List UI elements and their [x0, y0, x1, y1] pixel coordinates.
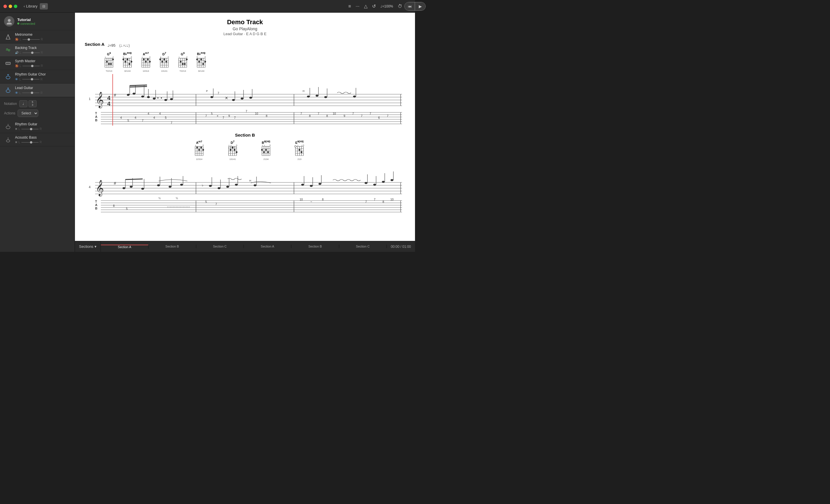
section-a-staff: 1 𝄞 4 4	[84, 74, 406, 125]
notation-note-button[interactable]: ♩	[19, 100, 27, 107]
backing-volume-slider[interactable]	[23, 53, 40, 53]
minimize-button[interactable]	[9, 5, 12, 8]
close-button[interactable]	[3, 5, 7, 8]
svg-point-166	[353, 95, 356, 97]
mute-icon: 🔕	[15, 38, 19, 41]
svg-text:x: x	[142, 57, 143, 58]
section-tab-a2[interactable]: Section A	[244, 245, 291, 248]
menu-icon[interactable]: ≡	[348, 4, 351, 9]
svg-text:x: x	[195, 145, 196, 146]
svg-point-303	[218, 187, 220, 189]
svg-point-237	[232, 147, 233, 149]
score-instrument: Lead Guitar · E A D G B E	[84, 32, 406, 36]
lg-slider[interactable]	[22, 93, 39, 93]
svg-point-130	[127, 93, 130, 96]
svg-text:7: 7	[365, 200, 367, 203]
svg-line-3	[8, 35, 9, 38]
playhead	[113, 74, 113, 126]
rhythm-guitar-instr-content: Rhythm Guitar ✖ L R	[15, 122, 71, 130]
svg-text:x: x	[228, 145, 229, 146]
svg-text:T: T	[95, 200, 97, 203]
sections-button[interactable]: Sections ▾	[75, 241, 101, 252]
rhythm-guitar-instr-controls: ✖ L R	[15, 127, 71, 130]
chord-bbaug-2: B♭aug	[196, 51, 206, 72]
metronome-icon[interactable]: △	[364, 3, 368, 9]
nav-buttons: ⏮ ▶	[404, 2, 415, 11]
svg-point-324	[390, 179, 393, 181]
svg-point-29	[108, 63, 110, 65]
timer-icon[interactable]: ⏱	[398, 4, 402, 9]
svg-text:x: x	[105, 57, 106, 58]
fullscreen-button[interactable]	[14, 5, 17, 8]
svg-text:8: 8	[326, 115, 328, 118]
svg-text:8: 8	[382, 200, 384, 203]
options-icon[interactable]: ···	[356, 4, 359, 9]
svg-point-16	[6, 140, 10, 142]
rgc-slider[interactable]	[22, 79, 39, 80]
title-bar: ‹ Library ⊟ ⏮ ▶ ≡ ··· △ ↺ ♩=100% ⏱ ⋮	[0, 0, 415, 13]
svg-point-157	[249, 97, 252, 99]
svg-point-0	[8, 19, 11, 22]
sidebar-item-acoustic-bass[interactable]: Acoustic Bass ✖ L R	[0, 133, 75, 147]
svg-text:4: 4	[204, 57, 206, 58]
section-tab-a1[interactable]: Section A	[101, 245, 149, 249]
svg-text:10: 10	[255, 112, 258, 115]
notation-tab-button[interactable]: 53	[29, 100, 37, 107]
metronome-slider[interactable]	[23, 39, 40, 40]
svg-text:5: 5	[149, 57, 151, 58]
rg-slider[interactable]	[21, 129, 39, 129]
section-tab-b1[interactable]: Section B	[149, 245, 196, 248]
status-dot	[17, 23, 19, 25]
svg-text:×: ×	[217, 115, 219, 118]
svg-point-64	[149, 61, 151, 63]
user-profile[interactable]: Tutorial connected	[0, 13, 75, 30]
actions-select[interactable]: Select	[18, 109, 38, 117]
speed-display[interactable]: ♩=100%	[380, 4, 393, 8]
svg-text:x: x	[230, 145, 231, 146]
svg-text:4: 4	[148, 112, 149, 115]
svg-text:½: ½	[176, 197, 178, 200]
refresh-icon[interactable]: ↺	[372, 3, 376, 9]
sidebar-item-rhythm-guitar-chor[interactable]: Rhythm Guitar Chor 👁 L R	[0, 70, 75, 84]
sidebar-item-metronome[interactable]: Metronome 🔕 L R	[0, 30, 75, 43]
lead-guitar-icon	[4, 86, 12, 94]
svg-text:4: 4	[89, 185, 91, 189]
rewind-button[interactable]: ⏮	[405, 2, 415, 10]
library-back-button[interactable]: ‹ Library	[24, 4, 37, 8]
svg-point-294	[157, 184, 160, 186]
section-a-notation: 1 𝄞 4 4	[84, 74, 406, 126]
svg-point-47	[129, 63, 130, 65]
panel-toggle-button[interactable]: ⊟	[40, 3, 48, 9]
svg-point-114	[204, 61, 206, 63]
sidebar-item-synth-master[interactable]: Synth Master 🔕 L R	[0, 57, 75, 70]
svg-point-136	[141, 95, 144, 97]
avatar-info: Tutorial connected	[17, 18, 35, 25]
score-name: Demo Track	[84, 19, 406, 26]
svg-text:5: 5	[236, 145, 237, 147]
section-tab-c1[interactable]: Section C	[196, 245, 244, 248]
sidebar-item-backing-track[interactable]: Backing Track 🔊 L R	[0, 43, 75, 57]
svg-point-146	[170, 98, 173, 100]
svg-text:10: 10	[390, 198, 394, 201]
svg-text:~: ~	[310, 200, 312, 203]
svg-text:x: x	[297, 145, 298, 146]
synth-master-label: Synth Master	[15, 59, 71, 63]
svg-text:7: 7	[318, 112, 319, 115]
section-tab-c2[interactable]: Section C	[339, 245, 387, 248]
sidebar-item-lead-guitar[interactable]: Lead Guitar 👁 L R	[0, 84, 75, 97]
svg-text:8: 8	[322, 198, 324, 201]
svg-point-155	[241, 97, 244, 99]
svg-point-149	[211, 96, 213, 98]
svg-text:#: #	[114, 93, 116, 97]
bottom-bar: Sections ▾ Section A Section B Section C…	[75, 241, 415, 252]
section-tab-b2[interactable]: Section B	[291, 245, 339, 248]
score-content[interactable]: Demo Track Go PlayAlong Lead Guitar · E …	[75, 13, 415, 241]
chord-d7: D7	[159, 52, 169, 72]
synth-slider[interactable]	[23, 66, 40, 66]
sidebar-item-rhythm-guitar[interactable]: Rhythm Guitar ✖ L R	[0, 120, 75, 133]
svg-text:1: 1	[89, 97, 91, 101]
svg-text:9: 9	[344, 115, 345, 118]
ab-slider[interactable]	[21, 142, 39, 143]
svg-point-96	[184, 63, 186, 65]
svg-text:8: 8	[113, 204, 115, 208]
